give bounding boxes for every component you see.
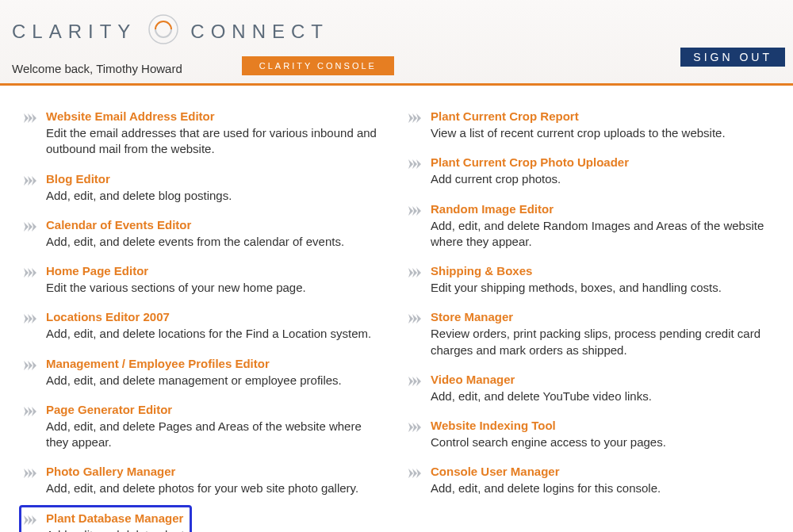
- menu-item-title[interactable]: Website Email Address Editor: [46, 109, 385, 123]
- menu-item-desc: Edit the email addresses that are used f…: [46, 125, 385, 158]
- svg-marker-25: [24, 515, 29, 525]
- svg-marker-49: [408, 469, 413, 478]
- logo: CLARITY CONNECT: [12, 12, 329, 52]
- chevrons-icon: [24, 359, 36, 373]
- logo-left: CLARITY: [12, 21, 136, 43]
- svg-marker-4: [24, 176, 29, 186]
- menu-item: Photo Gallery ManagerAdd, edit, and dele…: [24, 465, 385, 496]
- menu-item-desc: Add, edit, and delete photos for your we…: [46, 480, 385, 496]
- menu-item: Plant Current Crop Photo UploaderAdd cur…: [408, 155, 769, 187]
- menu-item-title[interactable]: Shipping & Boxes: [431, 264, 769, 277]
- menu-item-title[interactable]: Website Indexing Tool: [431, 419, 769, 432]
- menu-item: Locations Editor 2007Add, edit, and dele…: [24, 310, 385, 342]
- svg-marker-16: [24, 361, 29, 370]
- chevrons-icon: [408, 205, 421, 219]
- menu-item: Shipping & BoxesEdit your shipping metho…: [408, 264, 769, 296]
- right-column: Plant Current Crop ReportView a list of …: [396, 109, 781, 532]
- menu-item: Store ManagerReview orders, print packin…: [408, 310, 769, 358]
- menu-item-desc: Edit the various sections of your new ho…: [46, 280, 385, 296]
- content-area: Website Email Address EditorEdit the ema…: [0, 86, 793, 532]
- svg-marker-19: [24, 407, 29, 416]
- menu-item-title[interactable]: Locations Editor 2007: [46, 310, 385, 323]
- menu-item-desc: Add, edit, and delete logins for this co…: [431, 480, 769, 496]
- menu-item-title[interactable]: Plant Current Crop Report: [431, 109, 769, 123]
- chevrons-icon: [24, 266, 36, 281]
- svg-marker-13: [24, 314, 29, 323]
- menu-item: Console User ManagerAdd, edit, and delet…: [408, 465, 769, 496]
- menu-item-desc: Add, edit, and delete blog postings.: [46, 188, 385, 204]
- svg-marker-22: [24, 469, 29, 478]
- chevrons-icon: [24, 467, 36, 481]
- svg-marker-28: [408, 113, 413, 123]
- chevrons-icon: [24, 112, 36, 126]
- header: CLARITY CONNECT Welcome back, Timothy Ho…: [0, 0, 793, 86]
- menu-item: Blog EditorAdd, edit, and delete blog po…: [24, 172, 385, 204]
- menu-item-desc: Add, edit, and delete locations for the …: [46, 326, 385, 342]
- menu-item-desc: View a list of recent current crop uploa…: [431, 125, 769, 141]
- chevrons-icon: [408, 112, 421, 126]
- menu-item-title[interactable]: Calendar of Events Editor: [46, 218, 385, 232]
- svg-marker-1: [24, 113, 29, 123]
- logo-swirl-icon: [146, 12, 181, 52]
- svg-marker-40: [408, 314, 413, 323]
- menu-item-title[interactable]: Plant Database Manager: [46, 511, 385, 525]
- svg-marker-34: [408, 206, 413, 216]
- menu-item-desc: Add, edit, and delete Random Images and …: [431, 218, 769, 251]
- chevrons-icon: [24, 220, 36, 235]
- menu-item-title[interactable]: Management / Employee Profiles Editor: [46, 357, 385, 370]
- chevrons-icon: [24, 514, 36, 528]
- menu-item-title[interactable]: Home Page Editor: [46, 264, 385, 277]
- menu-item: Management / Employee Profiles EditorAdd…: [24, 357, 385, 388]
- chevrons-icon: [408, 312, 421, 327]
- chevrons-icon: [408, 266, 421, 281]
- menu-item: Page Generator EditorAdd, edit, and dele…: [24, 403, 385, 451]
- console-badge: CLARITY CONSOLE: [242, 56, 394, 75]
- menu-item-desc: Review orders, print packing slips, proc…: [431, 326, 769, 358]
- menu-item: Plant Current Crop ReportView a list of …: [408, 109, 769, 141]
- chevrons-icon: [408, 375, 421, 389]
- menu-item-title[interactable]: Page Generator Editor: [46, 403, 385, 416]
- menu-item: Home Page EditorEdit the various section…: [24, 264, 385, 296]
- menu-item: Video ManagerAdd, edit, and delete YouTu…: [408, 373, 769, 404]
- menu-item: Website Email Address EditorEdit the ema…: [24, 109, 385, 158]
- svg-marker-7: [24, 222, 29, 232]
- menu-item-desc: Add, edit, and delete management or empl…: [46, 373, 385, 388]
- chevrons-icon: [24, 405, 36, 419]
- menu-item-title[interactable]: Plant Current Crop Photo Uploader: [431, 155, 769, 169]
- svg-marker-37: [408, 268, 413, 277]
- chevrons-icon: [24, 312, 36, 327]
- sign-out-button[interactable]: SIGN OUT: [680, 48, 785, 67]
- menu-item-title[interactable]: Random Image Editor: [431, 202, 769, 216]
- chevrons-icon: [408, 158, 421, 172]
- menu-item-title[interactable]: Console User Manager: [431, 465, 769, 478]
- menu-item-desc: Add, edit, and delete plants.: [46, 527, 385, 533]
- svg-marker-43: [408, 377, 413, 386]
- welcome-text: Welcome back, Timothy Howard: [12, 62, 182, 75]
- menu-item-desc: Edit your shipping methods, boxes, and h…: [431, 280, 769, 296]
- menu-item-title[interactable]: Video Manager: [431, 373, 769, 386]
- chevrons-icon: [408, 467, 421, 481]
- menu-item-title[interactable]: Store Manager: [431, 310, 769, 323]
- left-column: Website Email Address EditorEdit the ema…: [12, 109, 396, 532]
- logo-right: CONNECT: [190, 21, 329, 43]
- menu-item-title[interactable]: Photo Gallery Manager: [46, 465, 385, 478]
- menu-item: Website Indexing ToolControl search engi…: [408, 419, 769, 450]
- menu-item: Random Image EditorAdd, edit, and delete…: [408, 202, 769, 251]
- svg-marker-31: [408, 159, 413, 169]
- menu-item-desc: Add, edit, and delete YouTube video link…: [431, 388, 769, 404]
- menu-item: Calendar of Events EditorAdd, edit, and …: [24, 218, 385, 250]
- menu-item-desc: Control search engine access to your pag…: [431, 434, 769, 450]
- svg-marker-10: [24, 268, 29, 277]
- svg-point-0: [149, 15, 178, 44]
- menu-item-desc: Add current crop photos.: [431, 171, 769, 187]
- menu-item-desc: Add, edit, and delete events from the ca…: [46, 234, 385, 250]
- menu-item-title[interactable]: Blog Editor: [46, 172, 385, 186]
- chevrons-icon: [408, 421, 421, 435]
- menu-item-desc: Add, edit, and delete Pages and Areas of…: [46, 419, 385, 451]
- logo-area: CLARITY CONNECT: [12, 12, 781, 52]
- menu-item: Plant Database ManagerAdd, edit, and del…: [24, 511, 385, 533]
- svg-marker-46: [408, 423, 413, 432]
- chevrons-icon: [24, 174, 36, 189]
